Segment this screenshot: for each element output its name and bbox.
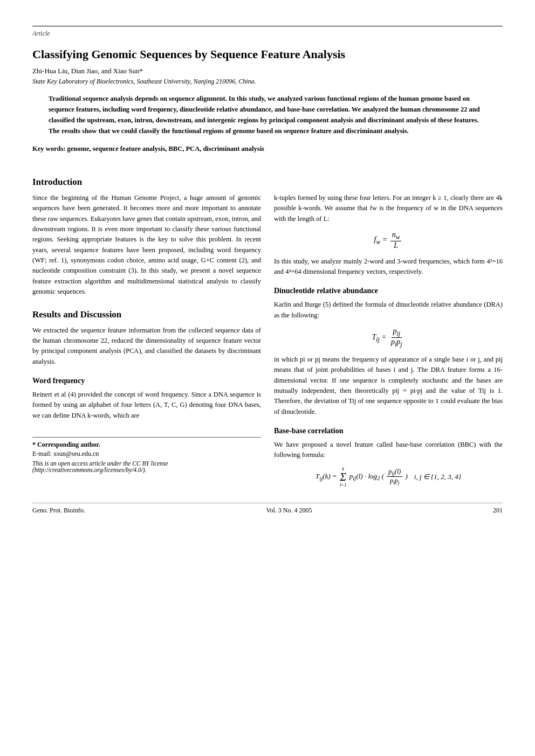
left-column: Introduction Since the beginning of the … [32, 165, 261, 493]
dinucleotide-heading: Dinucleotide relative abundance [274, 287, 503, 295]
two-column-layout: Introduction Since the beginning of the … [32, 165, 503, 493]
bbc-formula-lhs: Tij(k) = [315, 472, 337, 482]
dinucleotide-text1: Karlin and Burge (5) defined the formula… [274, 300, 503, 321]
footnote-email: E-mail: xsun@seu.edu.cn [32, 450, 261, 458]
affiliation: State Key Laboratory of Bioelectronics, … [32, 78, 503, 86]
fw-formula-block: fw = nw L [274, 231, 503, 250]
bbc-summation: k Σ l=1 [340, 466, 347, 488]
footer-vol: Vol. 3 No. 4 2005 [266, 507, 312, 515]
introduction-heading: Introduction [32, 177, 261, 188]
bbc-fraction: pij(l) pipj [387, 468, 402, 486]
footnote-corresponding: * Corresponding author. [32, 441, 261, 449]
basebase-text1: We have proposed a novel feature called … [274, 440, 503, 461]
fw-fraction: nw L [390, 231, 402, 250]
footer-page: 201 [493, 507, 503, 515]
right-col-text2: In this study, we analyze mainly 2-word … [274, 256, 503, 278]
keywords: Key words: genome, sequence feature anal… [32, 144, 503, 154]
tij-formula: Tij = pij pipj [372, 333, 404, 341]
right-column: k-tuples formed by using these four lett… [274, 165, 503, 493]
right-col-intro: k-tuples formed by using these four lett… [274, 193, 503, 224]
footer-bar: Geno. Prot. Bioinfo. Vol. 3 No. 4 2005 2… [32, 503, 503, 515]
article-title: Classifying Genomic Sequences by Sequenc… [32, 47, 503, 61]
article-label: Article [32, 26, 503, 38]
fw-formula-label: fw = nw L [374, 235, 403, 244]
tij-fraction: pij pipj [389, 327, 404, 348]
results-heading: Results and Discussion [32, 309, 261, 320]
word-freq-heading: Word frequency [32, 377, 261, 385]
abstract-text: Traditional sequence analysis depends on… [49, 93, 486, 136]
dinucleotide-text2: in which pi or pj means the frequency of… [274, 355, 503, 417]
introduction-paragraph: Since the beginning of the Human Genome … [32, 193, 261, 297]
bbc-formula-body: pij(l) · log2 ( pij(l) pipj ) [349, 468, 408, 486]
word-freq-paragraph: Reinert et al (4) provided the concept o… [32, 390, 261, 421]
page: Article Classifying Genomic Sequences by… [0, 0, 535, 756]
authors: Zhi-Hua Liu, Dian Jiao, and Xiao Sun* [32, 67, 503, 75]
results-paragraph: We extracted the sequence feature inform… [32, 325, 261, 367]
bbc-formula-block: Tij(k) = k Σ l=1 pij(l) · log2 ( pij(l) … [274, 466, 503, 488]
tij-formula-block: Tij = pij pipj [274, 327, 503, 348]
footer-notes: * Corresponding author. E-mail: xsun@seu… [32, 437, 261, 473]
footer-journal: Geno. Prot. Bioinfo. [32, 507, 85, 515]
basebase-heading: Base-base correlation [274, 427, 503, 435]
footnote-license: This is an open access article under the… [32, 460, 261, 473]
bbc-formula-rhs: i, j ∈ {1, 2, 3, 4} [414, 473, 461, 481]
